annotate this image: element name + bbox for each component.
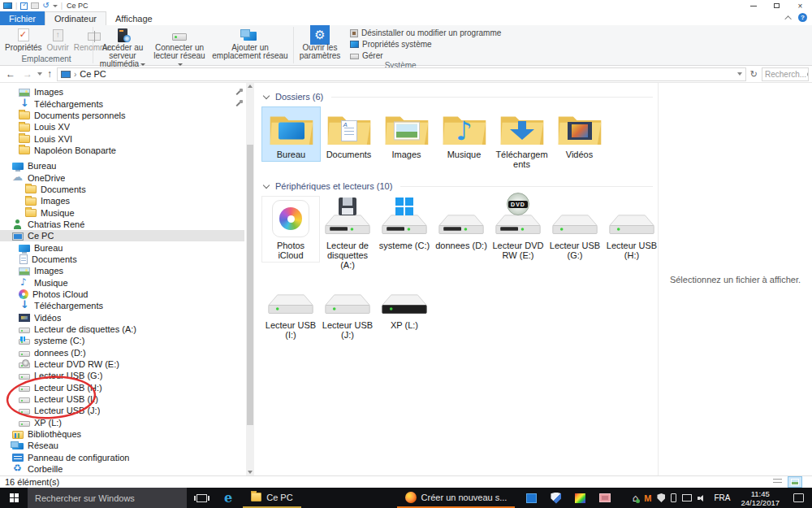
home-tray-icon[interactable]: ⌂ [633, 493, 639, 503]
tree-item[interactable]: Ce PC [0, 230, 244, 241]
qat-undo-icon[interactable]: ↺ [42, 2, 49, 9]
folder-tile[interactable]: Vidéos [551, 107, 608, 161]
qat-properties-icon[interactable] [20, 2, 28, 10]
address-field[interactable]: › Ce PC [57, 67, 746, 81]
sidebar-scrollbar[interactable] [246, 83, 254, 475]
recent-locations-dropdown-icon[interactable] [37, 72, 42, 76]
monitor-app-icon[interactable] [599, 493, 611, 502]
tree-item[interactable]: Chatrias René [0, 219, 244, 230]
tree-item[interactable]: Lecteur USB (J:) [0, 405, 244, 416]
tree-item[interactable]: Réseau [0, 440, 244, 451]
taskbar-search-input[interactable]: Rechercher sur Windows [28, 488, 187, 508]
explorer-task-button[interactable]: Ce PC [243, 488, 300, 508]
folder-tile[interactable]: Bureau [262, 107, 320, 161]
close-button[interactable]: × [788, 0, 812, 11]
drive-tile[interactable]: XP (L:) [376, 276, 433, 332]
collapse-ribbon-icon[interactable] [784, 15, 791, 22]
tree-item[interactable]: Documents personnels [0, 110, 244, 121]
action-center-icon[interactable] [793, 493, 804, 502]
tree-item[interactable]: Louis XV [0, 121, 244, 132]
tree-item[interactable]: Téléchargements [0, 98, 244, 109]
drive-tile[interactable]: Lecteur de disquettes (A:) [319, 197, 376, 271]
drive-tile[interactable]: systeme (C:) [376, 197, 433, 252]
tree-item[interactable]: Panneau de configuration [0, 452, 244, 463]
color-app-icon[interactable] [575, 493, 585, 503]
uninstall-program-button[interactable]: Désinstaller ou modifier un programme [347, 28, 504, 38]
tree-item[interactable]: Bibliothèques [0, 428, 244, 440]
photos-app-icon[interactable] [526, 493, 537, 503]
scroll-up-icon[interactable] [248, 85, 253, 88]
qat-customize-dropdown-icon[interactable] [53, 5, 58, 7]
tree-item[interactable]: Vidéos [0, 312, 244, 323]
chevron-down-icon[interactable] [263, 182, 270, 189]
drive-tile[interactable]: donnees (D:) [433, 197, 490, 252]
shield-tray-icon[interactable] [657, 493, 665, 502]
tree-item[interactable]: Images [0, 195, 244, 206]
section-header-dossiers[interactable]: Dossiers (6) [262, 89, 653, 104]
folder-tile[interactable]: Images [378, 107, 435, 161]
drive-tile[interactable]: Photos iCloud [262, 197, 319, 262]
tab-affichage[interactable]: Affichage [106, 11, 162, 25]
tree-item[interactable]: Photos iCloud [0, 289, 244, 300]
clock[interactable]: 11:45 24/12/2017 [737, 489, 783, 507]
tree-item[interactable]: Bureau [0, 241, 244, 253]
details-view-icon[interactable] [771, 477, 784, 487]
malwarebytes-tray-icon[interactable]: M [644, 493, 651, 503]
edge-button[interactable]: e [217, 488, 240, 508]
phone-tray-icon[interactable] [671, 493, 676, 502]
forward-button[interactable]: → [20, 68, 35, 80]
tree-item[interactable]: Téléchargements [0, 300, 244, 311]
media-server-button[interactable]: Accéder au serveur multimédia [96, 26, 149, 69]
scrollbar-thumb[interactable] [247, 145, 253, 425]
folder-tile[interactable]: Documents [320, 107, 378, 161]
drive-tile[interactable]: Lecteur USB (G:) [546, 197, 603, 262]
drive-tile[interactable]: Lecteur DVD RW (E:) [490, 197, 546, 262]
tree-item[interactable]: OneDrive [0, 172, 244, 183]
scroll-down-icon[interactable] [248, 471, 253, 474]
tree-item[interactable]: Louis XVI [0, 132, 244, 144]
back-button[interactable]: ← [3, 68, 18, 80]
system-properties-button[interactable]: Propriétés système [347, 39, 504, 50]
tree-item[interactable]: Documents [0, 184, 244, 195]
tree-item[interactable]: Corbeille [0, 463, 244, 475]
start-button[interactable] [0, 488, 28, 508]
tree-item[interactable]: Lecteur de disquettes (A:) [0, 323, 244, 335]
task-view-button[interactable] [187, 488, 217, 508]
chevron-down-icon[interactable] [263, 93, 270, 99]
up-button[interactable]: ↑ [45, 68, 54, 80]
breadcrumb-path[interactable]: Ce PC [80, 69, 106, 79]
tree-item[interactable]: Lecteur USB (G:) [0, 370, 244, 381]
shield-app-icon[interactable] [551, 493, 561, 504]
tree-item[interactable]: Anciennes données de Firefox [0, 475, 244, 475]
thumbnails-view-icon[interactable] [788, 476, 802, 488]
minimize-button[interactable] [741, 0, 765, 11]
tree-item[interactable]: Musique [0, 277, 244, 289]
tree-item[interactable]: Lecteur USB (I:) [0, 393, 244, 405]
properties-button[interactable]: Propriétés [2, 26, 45, 53]
tree-item[interactable]: donnees (D:) [0, 347, 244, 358]
map-network-drive-button[interactable]: Connecter un lecteur réseau [149, 26, 209, 69]
tree-item[interactable]: Napoléon Bonaparte [0, 145, 244, 156]
drive-tile[interactable]: Lecteur USB (J:) [319, 276, 376, 341]
open-settings-button[interactable]: ⚙ Ouvrir les paramètres [296, 26, 343, 61]
refresh-icon[interactable]: ↻ [749, 69, 759, 80]
tree-item[interactable]: Lecteur USB (H:) [0, 382, 244, 393]
tab-fichier[interactable]: Fichier [0, 11, 45, 25]
address-dropdown-icon[interactable] [737, 72, 742, 76]
help-icon[interactable]: ? [798, 13, 807, 22]
tree-item[interactable]: Musique [0, 206, 244, 218]
tree-item[interactable]: Images [0, 86, 244, 98]
maximize-button[interactable] [765, 0, 788, 11]
volume-icon[interactable] [698, 494, 706, 502]
tree-item[interactable]: Bureau [0, 160, 244, 172]
tree-item[interactable]: systeme (C:) [0, 335, 244, 346]
drive-tile[interactable]: Lecteur USB (H:) [603, 197, 660, 262]
manage-button[interactable]: Gérer [347, 50, 504, 61]
qat-new-folder-icon[interactable] [31, 2, 39, 9]
language-indicator[interactable]: FRA [712, 493, 732, 502]
section-header-peripheriques[interactable]: Périphériques et lecteurs (10) [262, 179, 653, 193]
tab-ordinateur[interactable]: Ordinateur [45, 11, 106, 25]
open-button[interactable]: Ouvrir [45, 26, 71, 53]
add-network-location-button[interactable]: Ajouter un emplacement réseau [209, 26, 291, 61]
folder-tile[interactable]: Téléchargements [493, 107, 551, 171]
